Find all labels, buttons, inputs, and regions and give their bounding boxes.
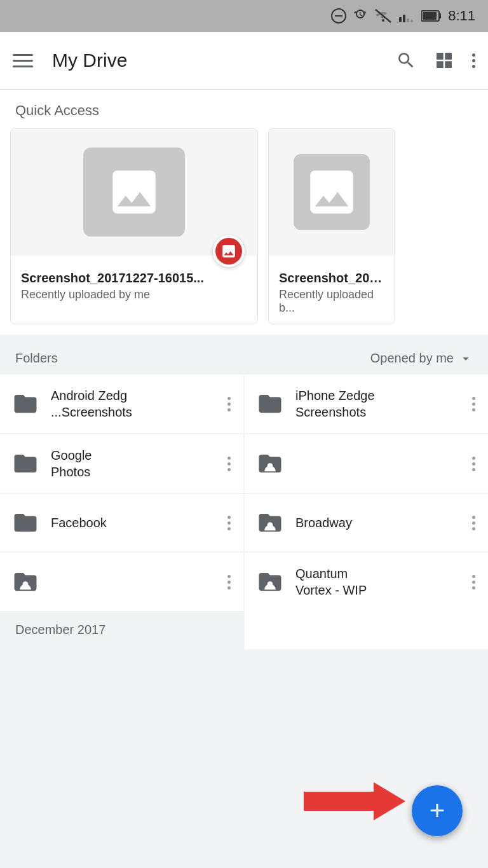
card-thumbnail-2 <box>269 128 395 256</box>
file-name-label: Broadway <box>295 514 459 531</box>
status-icons: 8:11 <box>331 8 475 24</box>
card-meta-1: Recently uploaded by me <box>21 288 247 301</box>
date-label: December 2017 <box>0 611 243 649</box>
more-button[interactable] <box>470 394 478 414</box>
more-options-button[interactable] <box>472 53 475 68</box>
search-icon <box>396 50 416 71</box>
status-bar: 8:11 <box>0 0 488 32</box>
image-badge-icon <box>220 243 237 259</box>
folder-svg-icon <box>12 509 39 536</box>
folder-icon <box>10 507 41 538</box>
more-button[interactable] <box>470 572 478 592</box>
folder-svg-icon <box>257 390 283 417</box>
shared-folder-svg-icon <box>257 450 283 477</box>
list-item[interactable]: Broadway <box>245 494 488 551</box>
more-button[interactable] <box>470 454 478 474</box>
status-time: 8:11 <box>448 8 475 24</box>
app-bar-icons <box>396 50 475 71</box>
file-name-label: Facebook <box>51 514 215 531</box>
file-name-label: Android Zedg...Screenshots <box>51 387 215 420</box>
folders-label: Folders <box>15 351 370 366</box>
shared-folder-svg-icon <box>257 509 283 536</box>
badge-inner-1 <box>215 238 242 265</box>
shared-folder-icon <box>255 567 285 597</box>
svg-point-3 <box>382 19 384 22</box>
svg-rect-6 <box>407 18 409 22</box>
more-button[interactable] <box>225 572 233 592</box>
list-item[interactable]: QuantumVortex - WIP <box>245 553 488 611</box>
image-placeholder-icon-2 <box>303 163 360 221</box>
svg-rect-9 <box>439 13 441 18</box>
folder-icon <box>10 448 41 479</box>
alarm-icon <box>353 8 368 24</box>
svg-rect-5 <box>403 15 405 22</box>
list-item[interactable] <box>0 553 243 611</box>
svg-rect-7 <box>410 20 413 22</box>
arrow-annotation <box>304 779 405 826</box>
sort-button[interactable]: Opened by me <box>370 351 473 366</box>
list-item[interactable]: Facebook <box>0 494 243 551</box>
search-button[interactable] <box>396 50 416 71</box>
grid-icon <box>434 50 454 71</box>
file-name-label: iPhone ZedgeScreenshots <box>295 387 459 420</box>
image-placeholder-icon-1 <box>105 163 163 221</box>
list-item[interactable]: iPhone ZedgeScreenshots <box>245 375 488 433</box>
svg-marker-15 <box>304 782 405 820</box>
card-filename-1: Screenshot_20171227-16015... <box>21 271 247 286</box>
fab-add-button[interactable]: + <box>412 785 463 836</box>
thumb-placeholder-1 <box>83 148 185 237</box>
folder-icon <box>10 389 41 419</box>
card-filename-2: Screenshot_20180... <box>279 271 384 286</box>
card-thumbnail-1 <box>11 128 257 256</box>
shared-folder-icon <box>255 507 285 538</box>
card-meta-2: Recently uploaded b... <box>279 288 384 315</box>
thumb-placeholder-2 <box>294 154 370 230</box>
list-item[interactable]: Android Zedg...Screenshots <box>0 375 243 433</box>
sort-label: Opened by me <box>370 351 454 366</box>
quick-access-label: Quick Access <box>0 90 488 128</box>
file-type-badge-1 <box>213 235 245 267</box>
quick-access-container: Screenshot_20171227-16015... Recently up… <box>0 128 488 334</box>
more-button[interactable] <box>470 513 478 533</box>
shared-folder-svg-icon <box>12 568 39 595</box>
file-grid: Android Zedg...Screenshots iPhone ZedgeS… <box>0 375 488 611</box>
svg-rect-10 <box>423 12 437 20</box>
battery-icon <box>421 9 442 23</box>
folders-header: Folders Opened by me <box>0 342 488 375</box>
page-title: My Drive <box>52 50 383 71</box>
card-info-2: Screenshot_20180... Recently uploaded b.… <box>269 256 395 324</box>
folder-icon <box>255 389 285 419</box>
list-item[interactable]: GooglePhotos <box>0 434 243 493</box>
more-button[interactable] <box>225 394 233 414</box>
signal-icon <box>398 8 415 24</box>
grid-view-button[interactable] <box>434 50 454 71</box>
list-item[interactable] <box>245 434 488 493</box>
quick-access-card-2[interactable]: Screenshot_20180... Recently uploaded b.… <box>268 128 395 324</box>
plus-icon: + <box>430 797 445 824</box>
svg-rect-4 <box>399 17 402 22</box>
menu-button[interactable] <box>13 54 33 67</box>
no-wifi-icon <box>374 8 392 24</box>
dnd-icon <box>331 8 346 24</box>
app-bar: My Drive <box>0 32 488 89</box>
more-button[interactable] <box>225 454 233 474</box>
more-button[interactable] <box>225 513 233 533</box>
shared-folder-svg-icon <box>257 568 283 595</box>
folder-svg-icon <box>12 390 39 417</box>
file-name-label: GooglePhotos <box>51 447 215 480</box>
quick-access-card-1[interactable]: Screenshot_20171227-16015... Recently up… <box>10 128 258 324</box>
sort-arrow-icon <box>459 352 473 366</box>
arrow-svg <box>304 779 405 823</box>
file-name-label: QuantumVortex - WIP <box>295 565 459 598</box>
shared-folder-icon <box>255 448 285 479</box>
folder-svg-icon <box>12 450 39 477</box>
shared-folder-icon <box>10 567 41 597</box>
